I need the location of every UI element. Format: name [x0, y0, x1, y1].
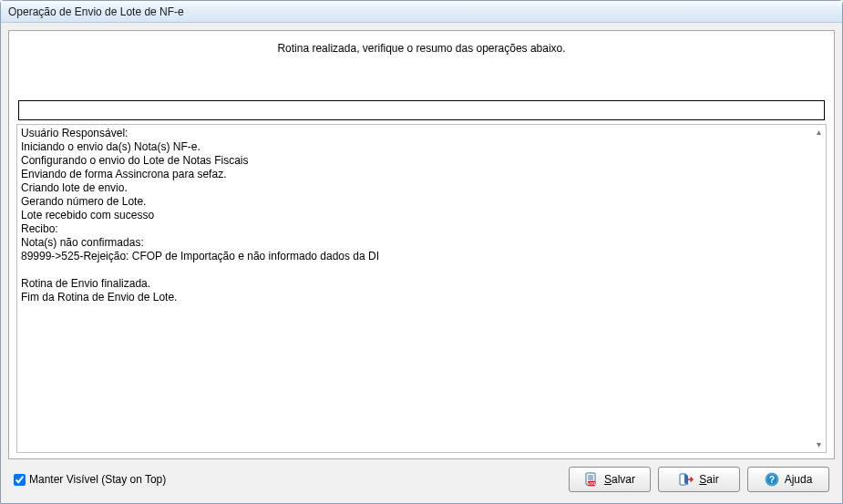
spacer: [16, 67, 827, 100]
bottom-bar: Manter Visível (Stay on Top) LOG Salvar: [8, 463, 835, 496]
svg-text:?: ?: [769, 475, 775, 485]
window-title: Operação de Envio de Lote de NF-e: [8, 5, 184, 18]
save-button[interactable]: LOG Salvar: [569, 467, 651, 492]
log-textarea[interactable]: Usuário Responsável: Iniciando o envio d…: [17, 125, 826, 452]
titlebar: Operação de Envio de Lote de NF-e: [1, 1, 842, 23]
progress-bar: [18, 100, 825, 120]
main-panel: Rotina realizada, verifique o resumo das…: [8, 30, 835, 459]
stay-on-top-checkbox[interactable]: [14, 474, 26, 486]
dialog-window: Operação de Envio de Lote de NF-e Rotina…: [0, 0, 843, 504]
save-button-label: Salvar: [604, 473, 635, 486]
help-button-label: Ajuda: [785, 473, 813, 486]
stay-on-top-checkbox-wrap[interactable]: Manter Visível (Stay on Top): [14, 473, 561, 486]
svg-text:LOG: LOG: [588, 481, 596, 486]
help-icon: ?: [765, 472, 779, 487]
log-container: Usuário Responsável: Iniciando o envio d…: [16, 124, 827, 453]
exit-button[interactable]: Sair: [658, 467, 740, 492]
stay-on-top-label: Manter Visível (Stay on Top): [29, 473, 166, 486]
status-message: Rotina realizada, verifique o resumo das…: [16, 38, 827, 67]
help-button[interactable]: ? Ajuda: [747, 467, 829, 492]
exit-button-label: Sair: [699, 473, 718, 486]
save-icon: LOG: [584, 472, 599, 487]
exit-icon: [679, 472, 694, 487]
client-area: Rotina realizada, verifique o resumo das…: [1, 23, 842, 503]
